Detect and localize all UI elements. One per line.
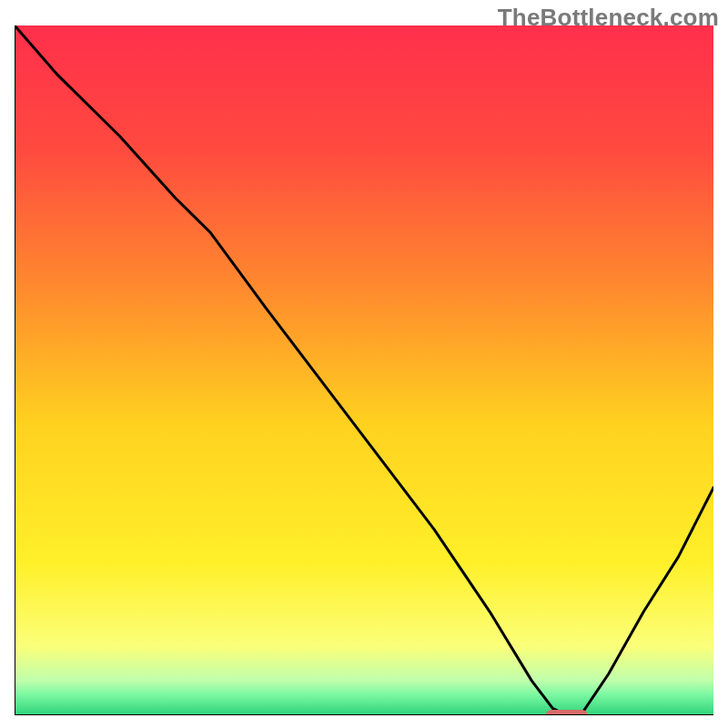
bottleneck-chart (15, 25, 713, 715)
optimal-marker (546, 710, 588, 715)
watermark-text: TheBottleneck.com (498, 4, 719, 32)
gradient-rect (15, 25, 713, 715)
chart-stage: TheBottleneck.com (0, 0, 728, 728)
